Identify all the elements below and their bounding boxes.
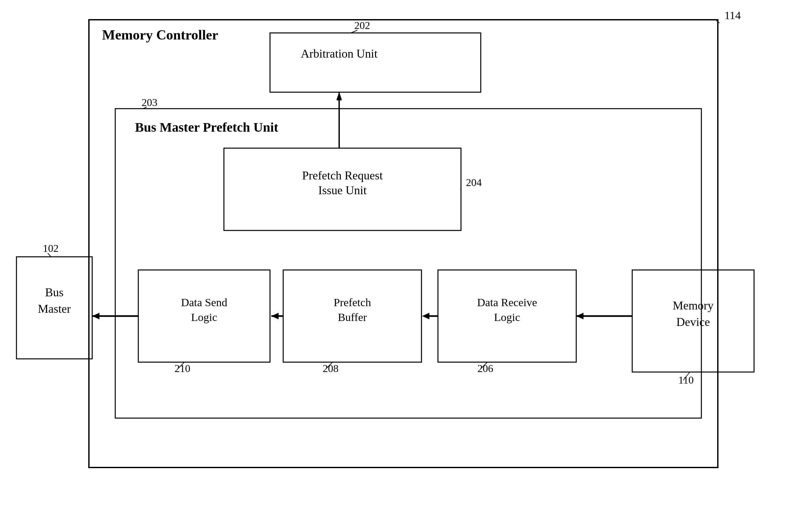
memory-device-label-line1: Memory [673, 299, 713, 312]
bus-master-label-line2: Master [38, 302, 71, 316]
svg-rect-3 [270, 33, 481, 92]
prefetch-request-label-line1: Prefetch Request [302, 169, 383, 182]
memory-device-label-line2: Device [676, 316, 710, 329]
ref-202: 202 [354, 19, 370, 31]
data-send-logic-label-line1: Data Send [181, 296, 227, 308]
ref-102: 102 [43, 242, 59, 254]
ref-110: 110 [678, 374, 694, 386]
data-receive-logic-label-line1: Data Receive [477, 296, 537, 308]
memory-controller-label: Memory Controller [102, 27, 218, 43]
ref-204: 204 [466, 176, 482, 188]
svg-rect-0 [89, 20, 718, 467]
bus-master-label-line1: Bus [45, 286, 63, 299]
prefetch-buffer-label-line1: Prefetch [334, 296, 371, 308]
ref-203: 203 [142, 97, 157, 108]
svg-marker-20 [422, 313, 429, 319]
data-send-logic-label-line2: Logic [191, 311, 217, 323]
svg-marker-30 [576, 313, 584, 319]
arbitration-unit-label: Arbitration Unit [301, 47, 378, 60]
data-receive-logic-label-line2: Logic [494, 311, 520, 323]
svg-rect-5 [115, 109, 701, 418]
svg-marker-33 [336, 93, 342, 100]
prefetch-request-label-line2: Issue Unit [318, 184, 367, 197]
prefetch-buffer-label-line2: Buffer [338, 311, 367, 323]
ref-114: 114 [724, 9, 741, 21]
svg-marker-26 [92, 313, 99, 319]
svg-marker-22 [271, 313, 279, 319]
bus-master-prefetch-label: Bus Master Prefetch Unit [135, 120, 279, 135]
diagram-container: Memory Controller 114 Arbitration Unit 2… [0, 0, 812, 507]
